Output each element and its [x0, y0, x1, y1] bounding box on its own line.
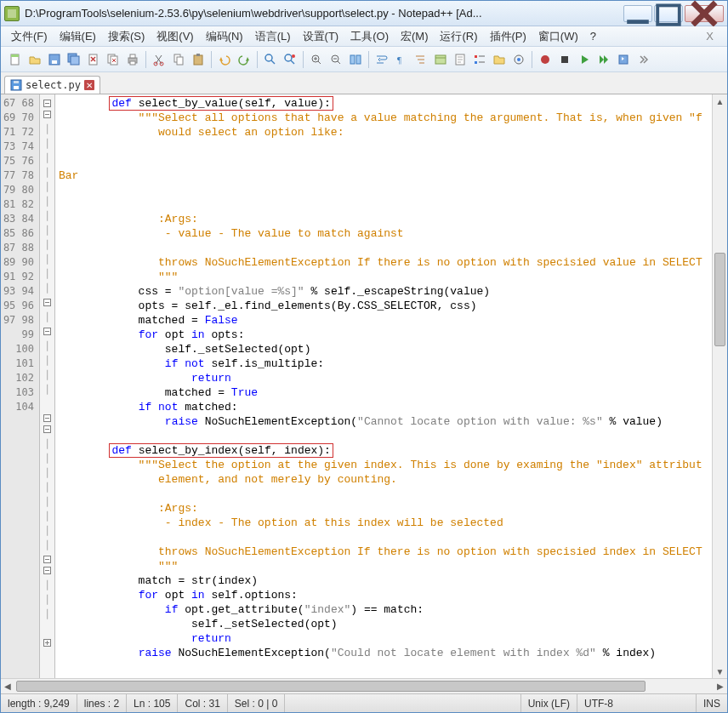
toolbar-chevrons-icon[interactable]: [634, 50, 652, 69]
close-button[interactable]: [685, 5, 724, 22]
svg-line-36: [318, 61, 321, 64]
maximize-button[interactable]: [654, 5, 683, 22]
record-macro-icon[interactable]: [536, 50, 555, 69]
menu-edit[interactable]: 编辑(E): [54, 27, 101, 46]
menu-search[interactable]: 搜索(S): [103, 27, 150, 46]
line-number-gutter: 67 68 69 70 71 72 73 74 75 76 77 78 79 8…: [1, 94, 40, 678]
svg-rect-60: [561, 56, 568, 63]
scroll-down-arrow-icon[interactable]: ▼: [713, 665, 727, 678]
tab-close-icon[interactable]: ✕: [84, 80, 94, 90]
user-lang-icon[interactable]: [431, 50, 450, 69]
menu-settings[interactable]: 设置(T): [298, 27, 344, 46]
paste-icon[interactable]: [189, 50, 208, 69]
save-macro-icon[interactable]: [614, 50, 633, 69]
tab-bar: select.py ✕: [1, 72, 727, 94]
svg-rect-25: [177, 57, 183, 65]
save-icon[interactable]: [45, 50, 64, 69]
svg-rect-26: [194, 55, 202, 65]
func-list-icon[interactable]: [470, 50, 489, 69]
save-all-icon[interactable]: [65, 50, 83, 69]
menu-bar: 文件(F) 编辑(E) 搜索(S) 视图(V) 编码(N) 语言(L) 设置(T…: [1, 26, 727, 47]
new-file-icon[interactable]: [6, 50, 25, 69]
status-eol[interactable]: Unix (LF): [521, 694, 577, 712]
menu-plugins[interactable]: 插件(P): [485, 27, 532, 46]
svg-rect-9: [71, 56, 79, 65]
status-col: Col : 31: [178, 694, 227, 712]
show-all-chars-icon[interactable]: ¶: [392, 50, 411, 69]
status-encoding[interactable]: UTF-8: [577, 694, 697, 712]
menu-file[interactable]: 文件(F): [6, 27, 53, 46]
menu-tools[interactable]: 工具(O): [345, 27, 394, 46]
svg-rect-61: [619, 55, 628, 64]
menu-view[interactable]: 视图(V): [151, 27, 198, 46]
svg-rect-64: [14, 81, 19, 83]
app-window: D:\ProgramTools\selenium-2.53.6\py\selen…: [0, 0, 728, 713]
toolbar: ¶: [1, 47, 727, 72]
file-tab[interactable]: select.py ✕: [4, 76, 100, 94]
doc-map-icon[interactable]: [451, 50, 469, 69]
minimize-button[interactable]: [623, 5, 652, 22]
scroll-right-arrow-icon[interactable]: ▶: [714, 679, 727, 693]
vscroll-thumb[interactable]: [714, 253, 725, 346]
svg-line-31: [291, 60, 294, 64]
monitor-icon[interactable]: [509, 50, 528, 69]
cut-icon[interactable]: [150, 50, 168, 69]
menu-macro[interactable]: 宏(M): [395, 27, 434, 46]
horizontal-scrollbar[interactable]: ◀ ▶: [1, 678, 727, 693]
menu-window[interactable]: 窗口(W): [533, 27, 583, 46]
menu-encoding[interactable]: 编码(N): [201, 27, 248, 46]
status-bar: length : 9,249 lines : 2 Ln : 105 Col : …: [1, 693, 727, 712]
status-ln: Ln : 105: [127, 694, 178, 712]
svg-rect-1: [657, 5, 680, 24]
scroll-up-arrow-icon[interactable]: ▲: [713, 94, 727, 108]
svg-point-58: [517, 58, 520, 61]
status-length: length : 9,249: [1, 694, 77, 712]
menu-run[interactable]: 运行(R): [435, 27, 482, 46]
vertical-scrollbar[interactable]: ▲ ▼: [712, 94, 727, 678]
play-macro-icon[interactable]: [575, 50, 594, 69]
code-view[interactable]: def select_by_value(self, value): """Sel…: [55, 94, 727, 678]
playback-multi-icon[interactable]: [594, 50, 613, 69]
tab-filename: select.py: [26, 79, 81, 91]
status-ins[interactable]: INS: [697, 694, 727, 712]
menu-language[interactable]: 语言(L): [250, 27, 296, 46]
hscroll-thumb[interactable]: [16, 681, 646, 692]
open-file-icon[interactable]: [26, 50, 44, 69]
stop-macro-icon[interactable]: [555, 50, 574, 69]
svg-text:¶: ¶: [397, 54, 401, 65]
svg-rect-41: [356, 55, 361, 64]
find-icon[interactable]: [261, 50, 280, 69]
svg-line-39: [338, 61, 340, 64]
close-all-icon[interactable]: [104, 50, 122, 69]
zoom-out-icon[interactable]: [327, 50, 345, 69]
redo-icon[interactable]: [235, 50, 253, 69]
fold-column[interactable]: ││││││││││││││││││││││││││││: [40, 94, 55, 678]
copy-icon[interactable]: [169, 50, 188, 69]
svg-point-32: [292, 54, 295, 58]
svg-rect-19: [130, 61, 135, 65]
svg-rect-40: [350, 55, 355, 64]
replace-icon[interactable]: [281, 50, 299, 69]
svg-point-59: [541, 55, 549, 64]
svg-rect-63: [14, 86, 19, 89]
indent-guide-icon[interactable]: [412, 50, 430, 69]
menu-help[interactable]: ?: [585, 28, 601, 44]
scroll-left-arrow-icon[interactable]: ◀: [1, 679, 14, 693]
title-bar[interactable]: D:\ProgramTools\selenium-2.53.6\py\selen…: [1, 1, 727, 26]
print-icon[interactable]: [123, 50, 142, 69]
svg-point-30: [285, 54, 292, 61]
svg-rect-5: [11, 54, 19, 57]
menu-close-x[interactable]: X: [697, 30, 722, 43]
undo-icon[interactable]: [215, 50, 234, 69]
svg-rect-27: [196, 54, 200, 56]
folder-workspace-icon[interactable]: [490, 50, 509, 69]
svg-rect-47: [435, 55, 446, 64]
close-file-icon[interactable]: [84, 50, 103, 69]
word-wrap-icon[interactable]: [373, 50, 391, 69]
svg-rect-18: [130, 54, 135, 58]
status-lines: lines : 2: [77, 694, 127, 712]
editor-area: 67 68 69 70 71 72 73 74 75 76 77 78 79 8…: [1, 94, 727, 678]
sync-scroll-icon[interactable]: [346, 50, 365, 69]
svg-rect-53: [475, 55, 477, 58]
zoom-in-icon[interactable]: [307, 50, 326, 69]
